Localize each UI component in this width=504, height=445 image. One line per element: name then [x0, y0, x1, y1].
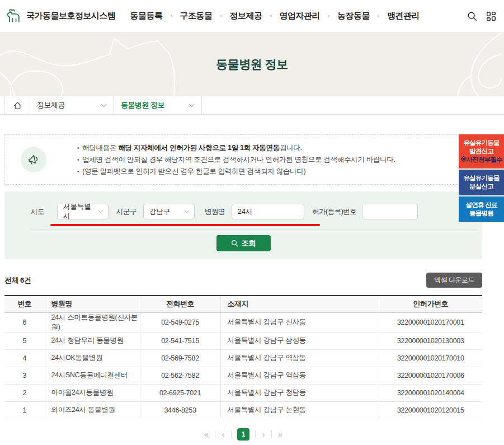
table-cell: 24시 청담우리 동물병원	[45, 332, 140, 349]
submit-row: 조회	[31, 235, 456, 251]
menu-grid-icon[interactable]	[486, 11, 496, 21]
table-cell: 322000001020130003	[379, 332, 482, 349]
search-button-label: 조회	[242, 238, 256, 249]
search-icon[interactable]	[467, 11, 477, 21]
results-header: 전체 6건 엑셀 다운로드	[4, 273, 482, 288]
lost-animal-report-button[interactable]: 유실유기동물 분실신고	[459, 170, 504, 195]
table-cell: 24시OK동물병원	[45, 349, 140, 367]
table-cell: 322000001020140004	[379, 384, 482, 401]
search-submit-button[interactable]: 조회	[216, 235, 271, 251]
nav-separator-dot	[171, 15, 172, 17]
table-cell: 서울특별시 강남구 신사동	[220, 312, 379, 332]
table-row: 324시SNC동물메디컬센터02-562-7582서울특별시 강남구 역삼동32…	[4, 367, 482, 384]
page: 국가동물보호정보시스템 동물등록 구조동물 정보제공 영업자관리 농장동물 맹견…	[0, 0, 504, 445]
pagination-first-button[interactable]: «	[198, 429, 215, 439]
table-cell: 322000001020170010	[379, 349, 482, 367]
site-logo[interactable]: 국가동물보호정보시스템	[6, 8, 116, 24]
floating-report-buttons: 유실유기동물 발견신고 ※사진첨부필수 유실유기동물 분실신고 설연휴 진료 동…	[459, 134, 504, 222]
nav-separator-dot	[378, 15, 379, 17]
table-cell: 02-541-7515	[140, 332, 220, 349]
breadcrumb-label-current: 동물병원 정보	[121, 100, 164, 110]
holiday-hospital-button[interactable]: 설연휴 진료 동물병원	[459, 196, 504, 222]
hospital-name-input[interactable]	[232, 204, 304, 219]
hospital-name-label: 병원명	[205, 207, 225, 217]
nav-item-info[interactable]: 정보제공	[230, 11, 262, 21]
breadcrumb-dropdown-info[interactable]: 정보제공	[30, 96, 114, 114]
table-header: 번호병원명전화번호소재지인허가번호	[4, 296, 482, 312]
table-cell: 5	[4, 332, 45, 349]
nav-item-rescue[interactable]: 구조동물	[180, 11, 213, 21]
excel-download-button[interactable]: 엑셀 다운로드	[426, 273, 482, 288]
table-header-cell: 병원명	[45, 296, 140, 312]
table-cell: 4	[4, 349, 45, 367]
nav-item-business[interactable]: 영업자관리	[280, 11, 321, 21]
table-cell: 1	[4, 401, 45, 419]
button-sublabel: ※사진첨부필수	[460, 156, 503, 164]
megaphone-icon	[21, 147, 46, 172]
table-cell: 3	[4, 367, 45, 384]
table-body: 624시 스마트동물병원(신사본원)02-549-0275서울특별시 강남구 신…	[4, 312, 482, 419]
pagination: « ‹ 1 › »	[4, 428, 482, 441]
table-row: 624시 스마트동물병원(신사본원)02-549-0275서울특별시 강남구 신…	[4, 312, 482, 332]
breadcrumb-dropdown-hospital[interactable]: 동물병원 정보	[114, 96, 202, 114]
breadcrumb-label: 정보제공	[37, 100, 65, 110]
sigungu-label: 시군구	[116, 207, 136, 217]
table-row: 1와이즈24시 동물병원3446-8253서울특별시 강남구 논현동322000…	[4, 401, 482, 419]
nav-separator-dot	[328, 15, 329, 17]
page-title: 동물병원 정보	[0, 57, 504, 72]
form-divider	[31, 229, 478, 229]
breadcrumb-home[interactable]	[4, 96, 30, 114]
notice-line-2: 업체명 검색이 안되실 경우 해당지역 조건으로 검색하시거나 인허가된 명칭으…	[77, 154, 395, 166]
chevron-down-icon	[101, 104, 107, 107]
table-header-cell: 소재지	[220, 296, 379, 312]
notice-line-1: 해당내용은 해당 지자체에서 인허가된 사항으로 1일 1회 자동연동됩니다.	[77, 142, 395, 154]
button-label: 유실유기동물	[463, 139, 499, 146]
hospital-table: 번호병원명전화번호소재지인허가번호 624시 스마트동물병원(신사본원)02-5…	[4, 295, 482, 419]
button-label: 동물병원	[469, 210, 493, 217]
pagination-page-1[interactable]: 1	[237, 428, 249, 441]
button-label: 유실유기동물	[463, 175, 499, 181]
table-cell: 24시 스마트동물병원(신사본원)	[45, 312, 140, 332]
table-cell: 02-549-0275	[140, 312, 220, 332]
site-header: 국가동물보호정보시스템 동물등록 구조동물 정보제공 영업자관리 농장동물 맹견…	[0, 0, 504, 32]
table-cell: 322000001020120015	[379, 401, 482, 419]
table-cell: 6	[4, 312, 45, 332]
table-row: 524시 청담우리 동물병원02-541-7515서울특별시 강남구 삼성동32…	[4, 332, 482, 349]
license-number-label: 허가(등록)번호	[312, 207, 356, 217]
pagination-prev-button[interactable]: ‹	[215, 429, 231, 439]
table-cell: 24시SNC동물메디컬센터	[45, 367, 140, 384]
logo-animal-icon	[6, 8, 22, 24]
nav-item-registration[interactable]: 동물등록	[130, 11, 163, 21]
logo-text: 국가동물보호정보시스템	[26, 11, 116, 21]
breadcrumb: 정보제공 동물병원 정보	[0, 96, 504, 115]
hero-banner: 동물병원 정보	[0, 32, 504, 96]
nav-separator-dot	[220, 15, 222, 17]
table-cell: 와이즈24시 동물병원	[45, 401, 140, 419]
sigungu-select[interactable]: 강남구	[143, 204, 195, 219]
button-label: 설연휴 진료	[466, 202, 497, 208]
table-header-row: 번호병원명전화번호소재지인허가번호	[4, 296, 482, 312]
table-row: 424시OK동물병원02-569-7582서울특별시 강남구 역삼동322000…	[4, 349, 482, 367]
chevron-down-icon	[98, 210, 103, 213]
nav-item-dangerous-dog[interactable]: 맹견관리	[387, 11, 420, 21]
pagination-separator	[231, 430, 232, 438]
pagination-next-button[interactable]: ›	[256, 429, 271, 439]
table-header-cell: 번호	[4, 296, 45, 312]
pagination-last-button[interactable]: »	[272, 429, 289, 439]
table-cell: 322000001020170006	[379, 367, 482, 384]
button-label: 분실신고	[469, 183, 493, 190]
sido-select[interactable]: 서울특별시	[57, 204, 109, 219]
search-fields-row: 시도 서울특별시 시군구 강남구 병원명 허가(등록)번호	[31, 204, 482, 219]
nav-item-farm[interactable]: 농장동물	[337, 11, 370, 21]
sigungu-selected-value: 강남구	[149, 207, 171, 217]
search-form: 시도 서울특별시 시군구 강남구 병원명 허가(등록)번호	[4, 191, 482, 259]
table-cell: 2	[4, 384, 45, 401]
red-annotation-underline	[50, 224, 320, 226]
found-animal-report-button[interactable]: 유실유기동물 발견신고 ※사진첨부필수	[459, 134, 504, 168]
table-cell: 02-6925-7021	[140, 384, 220, 401]
table-row: 2아이윌24시동물병원02-6925-7021서울특별시 강남구 청담동3220…	[4, 384, 482, 401]
license-number-input[interactable]	[362, 204, 418, 219]
notice-text: 해당내용은 해당 지자체에서 인허가된 사항으로 1일 1회 자동연동됩니다. …	[77, 142, 395, 177]
main-nav: 동물등록 구조동물 정보제공 영업자관리 농장동물 맹견관리	[130, 11, 420, 21]
chevron-down-icon	[189, 104, 195, 107]
